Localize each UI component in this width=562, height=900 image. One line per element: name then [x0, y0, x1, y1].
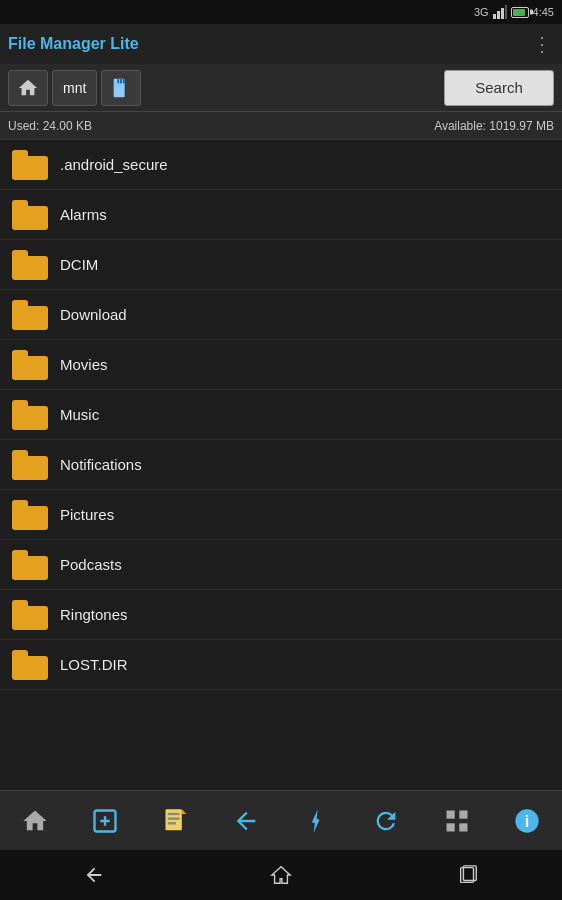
folder-icon: [12, 550, 48, 580]
time-text: 4:45: [533, 6, 554, 18]
list-item[interactable]: Download: [0, 290, 562, 340]
search-button[interactable]: Search: [444, 70, 554, 106]
svg-rect-11: [167, 817, 179, 819]
svg-rect-5: [118, 78, 120, 83]
toolbar-back-icon: [232, 807, 260, 835]
toolbar-back-button[interactable]: [221, 796, 271, 846]
folder-icon: [12, 250, 48, 280]
svg-rect-16: [446, 823, 454, 831]
app-title: File Manager Lite: [8, 35, 139, 53]
folder-icon: [12, 500, 48, 530]
search-label: Search: [475, 79, 523, 96]
toolbar-select-button[interactable]: [291, 796, 341, 846]
bottom-toolbar: i: [0, 790, 562, 850]
file-name: Notifications: [60, 456, 142, 473]
android-nav-bar: [0, 850, 562, 900]
folder-icon: [12, 450, 48, 480]
toolbar-notes-button[interactable]: [151, 796, 201, 846]
svg-rect-12: [167, 822, 175, 824]
folder-icon: [12, 150, 48, 180]
folder-icon: [12, 200, 48, 230]
toolbar-home-icon: [21, 807, 49, 835]
list-item[interactable]: Movies: [0, 340, 562, 390]
nav-bar: mnt Search: [0, 64, 562, 112]
path-label: mnt: [63, 80, 86, 96]
file-name: Pictures: [60, 506, 114, 523]
list-item[interactable]: Notifications: [0, 440, 562, 490]
list-item[interactable]: Alarms: [0, 190, 562, 240]
signal-text: 3G: [474, 6, 489, 18]
toolbar-notes-icon: [162, 807, 190, 835]
available-storage: Available: 1019.97 MB: [434, 119, 554, 133]
signal-icon: [493, 5, 507, 19]
folder-icon: [12, 600, 48, 630]
file-name: Download: [60, 306, 127, 323]
svg-rect-7: [123, 78, 125, 83]
sd-card-button[interactable]: [101, 70, 141, 106]
sd-card-icon: [110, 77, 132, 99]
svg-marker-13: [181, 809, 186, 814]
android-home-icon: [270, 864, 292, 886]
svg-rect-17: [459, 823, 467, 831]
toolbar-add-icon: [91, 807, 119, 835]
file-name: Podcasts: [60, 556, 122, 573]
folder-icon: [12, 300, 48, 330]
folder-icon: [12, 400, 48, 430]
path-button[interactable]: mnt: [52, 70, 97, 106]
list-item[interactable]: .android_secure: [0, 140, 562, 190]
svg-rect-0: [493, 14, 496, 19]
list-item[interactable]: Ringtones: [0, 590, 562, 640]
list-item[interactable]: LOST.DIR: [0, 640, 562, 690]
storage-info: Used: 24.00 KB Available: 1019.97 MB: [0, 112, 562, 140]
toolbar-home-button[interactable]: [10, 796, 60, 846]
svg-rect-10: [167, 812, 179, 814]
svg-rect-6: [120, 78, 122, 83]
android-home-button[interactable]: [251, 855, 311, 895]
menu-dots-icon[interactable]: ⋮: [532, 34, 554, 54]
svg-text:i: i: [525, 811, 530, 829]
list-item[interactable]: Podcasts: [0, 540, 562, 590]
svg-rect-14: [446, 810, 454, 818]
battery-icon: [511, 7, 529, 18]
list-item[interactable]: Pictures: [0, 490, 562, 540]
svg-rect-1: [497, 11, 500, 19]
svg-rect-3: [505, 5, 507, 19]
status-bar: 3G 4:45: [0, 0, 562, 24]
android-recents-button[interactable]: [438, 855, 498, 895]
file-name: .android_secure: [60, 156, 168, 173]
svg-rect-15: [459, 810, 467, 818]
toolbar-grid-button[interactable]: [432, 796, 482, 846]
file-name: LOST.DIR: [60, 656, 128, 673]
folder-icon: [12, 350, 48, 380]
file-list: .android_secureAlarmsDCIMDownloadMoviesM…: [0, 140, 562, 790]
toolbar-refresh-icon: [372, 807, 400, 835]
folder-icon: [12, 650, 48, 680]
android-recents-icon: [457, 864, 479, 886]
svg-rect-2: [501, 8, 504, 19]
toolbar-add-button[interactable]: [80, 796, 130, 846]
title-bar: File Manager Lite ⋮: [0, 24, 562, 64]
home-icon: [17, 77, 39, 99]
toolbar-info-button[interactable]: i: [502, 796, 552, 846]
toolbar-select-icon: [302, 807, 330, 835]
file-name: DCIM: [60, 256, 98, 273]
android-back-button[interactable]: [64, 855, 124, 895]
home-nav-button[interactable]: [8, 70, 48, 106]
used-storage: Used: 24.00 KB: [8, 119, 92, 133]
toolbar-info-icon: i: [513, 807, 541, 835]
toolbar-refresh-button[interactable]: [361, 796, 411, 846]
file-name: Alarms: [60, 206, 107, 223]
file-name: Movies: [60, 356, 108, 373]
file-name: Ringtones: [60, 606, 128, 623]
list-item[interactable]: Music: [0, 390, 562, 440]
android-back-icon: [83, 864, 105, 886]
toolbar-grid-icon: [443, 807, 471, 835]
file-name: Music: [60, 406, 99, 423]
list-item[interactable]: DCIM: [0, 240, 562, 290]
